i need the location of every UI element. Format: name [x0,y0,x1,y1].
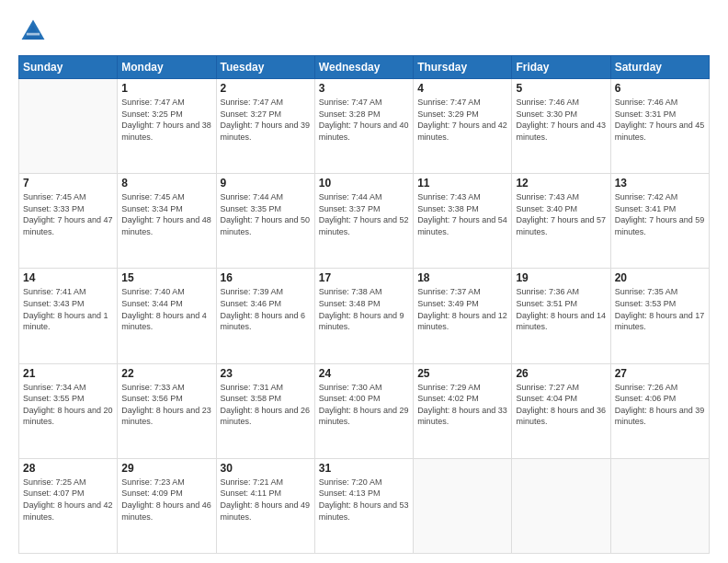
day-cell: 25Sunrise: 7:29 AMSunset: 4:02 PMDayligh… [414,363,512,458]
day-number: 18 [417,271,507,284]
day-number: 6 [615,82,705,95]
day-number: 8 [121,177,211,190]
day-info: Sunrise: 7:47 AMSunset: 3:28 PMDaylight:… [319,97,409,143]
day-info: Sunrise: 7:27 AMSunset: 4:04 PMDaylight:… [516,382,606,428]
week-row-5: 28Sunrise: 7:25 AMSunset: 4:07 PMDayligh… [19,458,710,553]
day-number: 28 [23,462,113,475]
day-cell: 21Sunrise: 7:34 AMSunset: 3:55 PMDayligh… [19,363,118,458]
day-number: 22 [121,367,211,380]
weekday-header-friday: Friday [512,56,610,79]
day-cell: 11Sunrise: 7:43 AMSunset: 3:38 PMDayligh… [414,174,512,269]
day-number: 21 [23,367,113,380]
day-number: 3 [319,82,409,95]
day-cell: 5Sunrise: 7:46 AMSunset: 3:30 PMDaylight… [512,79,610,174]
day-number: 31 [319,462,409,475]
day-info: Sunrise: 7:36 AMSunset: 3:51 PMDaylight:… [516,286,606,332]
calendar: SundayMondayTuesdayWednesdayThursdayFrid… [18,55,710,554]
day-info: Sunrise: 7:39 AMSunset: 3:46 PMDaylight:… [221,286,311,332]
day-number: 26 [516,367,606,380]
calendar-table: SundayMondayTuesdayWednesdayThursdayFrid… [18,55,710,554]
day-number: 19 [516,271,606,284]
day-cell: 9Sunrise: 7:44 AMSunset: 3:35 PMDaylight… [216,174,314,269]
day-info: Sunrise: 7:33 AMSunset: 3:56 PMDaylight:… [121,382,211,428]
day-cell: 18Sunrise: 7:37 AMSunset: 3:49 PMDayligh… [414,269,512,363]
day-info: Sunrise: 7:40 AMSunset: 3:44 PMDaylight:… [121,286,211,332]
day-info: Sunrise: 7:30 AMSunset: 4:00 PMDaylight:… [319,382,409,428]
week-row-3: 14Sunrise: 7:41 AMSunset: 3:43 PMDayligh… [19,269,710,363]
day-info: Sunrise: 7:37 AMSunset: 3:49 PMDaylight:… [417,286,507,332]
day-cell: 16Sunrise: 7:39 AMSunset: 3:46 PMDayligh… [216,269,314,363]
day-cell: 12Sunrise: 7:43 AMSunset: 3:40 PMDayligh… [512,174,610,269]
day-cell: 8Sunrise: 7:45 AMSunset: 3:34 PMDaylight… [118,174,216,269]
day-cell: 7Sunrise: 7:45 AMSunset: 3:33 PMDaylight… [19,174,118,269]
day-number: 24 [319,367,409,380]
day-number: 12 [516,177,606,190]
day-number: 20 [615,271,705,284]
logo [18,17,51,46]
day-info: Sunrise: 7:44 AMSunset: 3:35 PMDaylight:… [221,191,311,237]
day-info: Sunrise: 7:45 AMSunset: 3:33 PMDaylight:… [23,191,113,237]
weekday-header-tuesday: Tuesday [216,56,314,79]
weekday-header-row: SundayMondayTuesdayWednesdayThursdayFrid… [19,56,710,79]
day-cell: 1Sunrise: 7:47 AMSunset: 3:25 PMDaylight… [118,79,216,174]
day-info: Sunrise: 7:25 AMSunset: 4:07 PMDaylight:… [23,477,113,523]
svg-rect-2 [27,33,40,36]
day-cell [414,458,512,553]
day-number: 5 [516,82,606,95]
day-cell [512,458,610,553]
day-cell [610,458,709,553]
day-cell: 27Sunrise: 7:26 AMSunset: 4:06 PMDayligh… [610,363,709,458]
day-info: Sunrise: 7:35 AMSunset: 3:53 PMDaylight:… [615,286,705,332]
day-cell: 17Sunrise: 7:38 AMSunset: 3:48 PMDayligh… [314,269,413,363]
week-row-1: 1Sunrise: 7:47 AMSunset: 3:25 PMDaylight… [19,79,710,174]
day-cell: 13Sunrise: 7:42 AMSunset: 3:41 PMDayligh… [610,174,709,269]
day-cell: 14Sunrise: 7:41 AMSunset: 3:43 PMDayligh… [19,269,118,363]
day-number: 10 [319,177,409,190]
logo-icon [18,17,48,46]
day-number: 2 [221,82,311,95]
week-row-4: 21Sunrise: 7:34 AMSunset: 3:55 PMDayligh… [19,363,710,458]
day-cell: 26Sunrise: 7:27 AMSunset: 4:04 PMDayligh… [512,363,610,458]
day-cell: 2Sunrise: 7:47 AMSunset: 3:27 PMDaylight… [216,79,314,174]
weekday-header-monday: Monday [118,56,216,79]
day-info: Sunrise: 7:20 AMSunset: 4:13 PMDaylight:… [319,477,409,523]
weekday-header-wednesday: Wednesday [314,56,413,79]
day-cell: 10Sunrise: 7:44 AMSunset: 3:37 PMDayligh… [314,174,413,269]
header [18,17,710,46]
day-number: 11 [417,177,507,190]
day-info: Sunrise: 7:46 AMSunset: 3:31 PMDaylight:… [615,97,705,143]
day-number: 14 [23,271,113,284]
day-cell: 4Sunrise: 7:47 AMSunset: 3:29 PMDaylight… [414,79,512,174]
day-number: 30 [221,462,311,475]
day-info: Sunrise: 7:34 AMSunset: 3:55 PMDaylight:… [23,382,113,428]
day-cell: 3Sunrise: 7:47 AMSunset: 3:28 PMDaylight… [314,79,413,174]
weekday-header-sunday: Sunday [19,56,118,79]
calendar-page: SundayMondayTuesdayWednesdayThursdayFrid… [0,0,728,563]
day-info: Sunrise: 7:43 AMSunset: 3:40 PMDaylight:… [516,191,606,237]
day-number: 4 [417,82,507,95]
day-info: Sunrise: 7:21 AMSunset: 4:11 PMDaylight:… [221,477,311,523]
day-number: 15 [121,271,211,284]
day-cell: 6Sunrise: 7:46 AMSunset: 3:31 PMDaylight… [610,79,709,174]
weekday-header-saturday: Saturday [610,56,709,79]
day-info: Sunrise: 7:47 AMSunset: 3:25 PMDaylight:… [121,97,211,143]
day-info: Sunrise: 7:46 AMSunset: 3:30 PMDaylight:… [516,97,606,143]
day-cell: 29Sunrise: 7:23 AMSunset: 4:09 PMDayligh… [118,458,216,553]
day-info: Sunrise: 7:31 AMSunset: 3:58 PMDaylight:… [221,382,311,428]
day-cell: 22Sunrise: 7:33 AMSunset: 3:56 PMDayligh… [118,363,216,458]
day-cell: 24Sunrise: 7:30 AMSunset: 4:00 PMDayligh… [314,363,413,458]
day-number: 23 [221,367,311,380]
day-number: 9 [221,177,311,190]
day-cell: 28Sunrise: 7:25 AMSunset: 4:07 PMDayligh… [19,458,118,553]
day-info: Sunrise: 7:23 AMSunset: 4:09 PMDaylight:… [121,477,211,523]
day-cell: 23Sunrise: 7:31 AMSunset: 3:58 PMDayligh… [216,363,314,458]
day-number: 27 [615,367,705,380]
day-number: 16 [221,271,311,284]
day-info: Sunrise: 7:45 AMSunset: 3:34 PMDaylight:… [121,191,211,237]
day-cell: 30Sunrise: 7:21 AMSunset: 4:11 PMDayligh… [216,458,314,553]
day-number: 7 [23,177,113,190]
weekday-header-thursday: Thursday [414,56,512,79]
day-number: 25 [417,367,507,380]
day-number: 13 [615,177,705,190]
day-cell: 20Sunrise: 7:35 AMSunset: 3:53 PMDayligh… [610,269,709,363]
